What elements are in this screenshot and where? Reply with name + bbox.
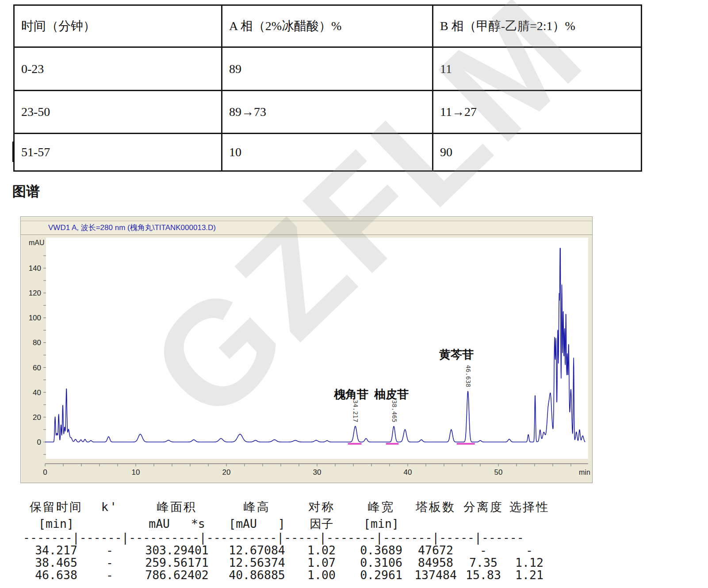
cell-plates: 47672: [409, 544, 462, 557]
y-tick-label: 80: [33, 338, 41, 347]
cell-time: 51-57: [14, 134, 222, 171]
y-tick-label: 40: [33, 388, 41, 397]
cell-area: 786.62402: [130, 569, 224, 581]
col-unit: 因子: [290, 517, 353, 531]
table-row: 23-50 89→73 11→27: [14, 91, 642, 134]
col-unit: [min]: [23, 517, 89, 531]
cell-phase-a: 89: [222, 47, 433, 91]
cell-symmetry: 1.00: [290, 569, 353, 581]
chromatogram-title: VWD1 A, 波长=280 nm (槐角丸\TITANK000013.D): [21, 221, 592, 234]
peak-name-label: 黄芩苷: [439, 348, 474, 361]
col-header-height: 峰高: [224, 497, 290, 517]
col-header-resolution: 分离度: [462, 497, 505, 517]
cell-area: 259.56171: [130, 557, 224, 569]
cell-resolution: -: [462, 544, 505, 557]
x-tick-label: 50: [494, 468, 503, 477]
x-tick-label: 0: [43, 468, 47, 477]
cell-time: 23-50: [14, 91, 222, 134]
peak-rt-label: 34.217: [352, 400, 359, 423]
col-header-selectivity: 选择性: [505, 497, 554, 517]
y-tick-label: 120: [29, 289, 41, 297]
cell-selectivity: 1.12: [505, 557, 554, 569]
col-header-k: k': [89, 497, 130, 517]
col-unit: [409, 517, 462, 531]
col-unit: [89, 517, 130, 531]
cell-phase-a: 89→73: [222, 91, 433, 134]
col-unit: [min]: [353, 517, 409, 531]
y-tick-label: 0: [37, 438, 41, 446]
y-tick-label: 140: [29, 264, 41, 273]
cell-width: 0.3106: [353, 557, 409, 569]
cell-k: -: [89, 544, 130, 557]
col-header-symmetry: 对称: [290, 497, 353, 517]
cell-resolution: 15.83: [462, 569, 505, 581]
x-axis-label: min: [579, 469, 590, 476]
gradient-header-phase-a: A 相（2%冰醋酸）%: [222, 5, 433, 47]
col-header-width: 峰宽: [353, 497, 409, 517]
scan-artifact: [12, 142, 14, 162]
cell-selectivity: -: [505, 544, 554, 557]
cell-area: 303.29401: [130, 544, 224, 557]
x-tick-label: 30: [313, 468, 321, 477]
col-unit: [505, 517, 554, 531]
cell-symmetry: 1.02: [290, 544, 353, 557]
cell-phase-a: 10: [222, 134, 433, 171]
y-axis-label: mAU: [29, 239, 45, 246]
col-unit: [mAU ]: [224, 517, 290, 531]
peak-name-label: 柚皮苷: [374, 388, 409, 401]
gradient-table: 时间（分钟） A 相（2%冰醋酸）% B 相（甲醇-乙腈=2:1）% 0-23 …: [13, 4, 642, 172]
cell-k: -: [89, 557, 130, 569]
chromatogram-titlebar: VWD1 A, 波长=280 nm (槐角丸\TITANK000013.D): [21, 221, 592, 235]
table-row: 51-57 10 90: [14, 134, 642, 171]
peak-rt-label: 46.638: [465, 365, 472, 388]
table-row: 0-23 89 11: [14, 47, 642, 91]
cell-width: 0.3689: [353, 544, 409, 557]
cell-height: 12.67084: [224, 544, 290, 557]
x-tick-label: 10: [132, 468, 140, 477]
chromatogram-panel: VWD1 A, 波长=280 nm (槐角丸\TITANK000013.D) 0…: [20, 216, 593, 483]
gradient-table-header-row: 时间（分钟） A 相（2%冰醋酸）% B 相（甲醇-乙腈=2:1）%: [14, 5, 642, 47]
plot-area: [46, 238, 588, 459]
cell-resolution: 7.35: [462, 557, 505, 569]
cell-width: 0.2961: [353, 569, 409, 581]
cell-retention: 46.638: [23, 569, 89, 581]
peak-name-label: 槐角苷: [333, 388, 368, 401]
y-tick-label: 60: [33, 364, 41, 372]
gradient-header-phase-b: B 相（甲醇-乙腈=2:1）%: [433, 5, 642, 47]
results-header-row: 保留时间 k' 峰面积 峰高 对称 峰宽 塔板数 分离度 选择性 [min] m…: [23, 497, 554, 531]
peak-rt-label: 38.465: [391, 400, 398, 423]
cell-phase-b: 90: [433, 134, 642, 171]
cell-selectivity: 1.21: [505, 569, 554, 581]
cell-plates: 84958: [409, 557, 462, 569]
results-separator: -------|------|----------|----------|---…: [23, 531, 554, 544]
cell-plates: 137484: [409, 569, 462, 581]
cell-phase-b: 11→27: [433, 91, 642, 134]
section-label: 图谱: [12, 182, 40, 201]
col-header-retention: 保留时间: [23, 497, 89, 517]
results-data-rows: 34.217 - 303.29401 12.67084 1.02 0.3689 …: [23, 544, 554, 581]
cell-k: -: [89, 569, 130, 581]
cell-time: 0-23: [14, 47, 222, 91]
y-tick-label: 100: [29, 314, 41, 322]
col-header-plates: 塔板数: [409, 497, 462, 517]
cell-retention: 38.465: [23, 557, 89, 569]
col-unit: [462, 517, 505, 531]
cell-height: 12.56374: [224, 557, 290, 569]
x-tick-label: 20: [222, 468, 231, 477]
cell-retention: 34.217: [23, 544, 89, 557]
col-unit: mAU *s: [130, 517, 224, 531]
chromatogram-svg: 020406080100120140mAU01020304050min槐角苷34…: [21, 235, 592, 482]
cell-phase-b: 11: [433, 47, 642, 91]
cell-height: 40.86885: [224, 569, 290, 581]
col-header-area: 峰面积: [130, 497, 224, 517]
gradient-header-time: 时间（分钟）: [14, 5, 222, 47]
peak-results-table: 保留时间 k' 峰面积 峰高 对称 峰宽 塔板数 分离度 选择性 [min] m…: [23, 497, 554, 581]
y-tick-label: 20: [33, 413, 41, 422]
cell-symmetry: 1.07: [290, 557, 353, 569]
x-tick-label: 40: [404, 468, 412, 477]
